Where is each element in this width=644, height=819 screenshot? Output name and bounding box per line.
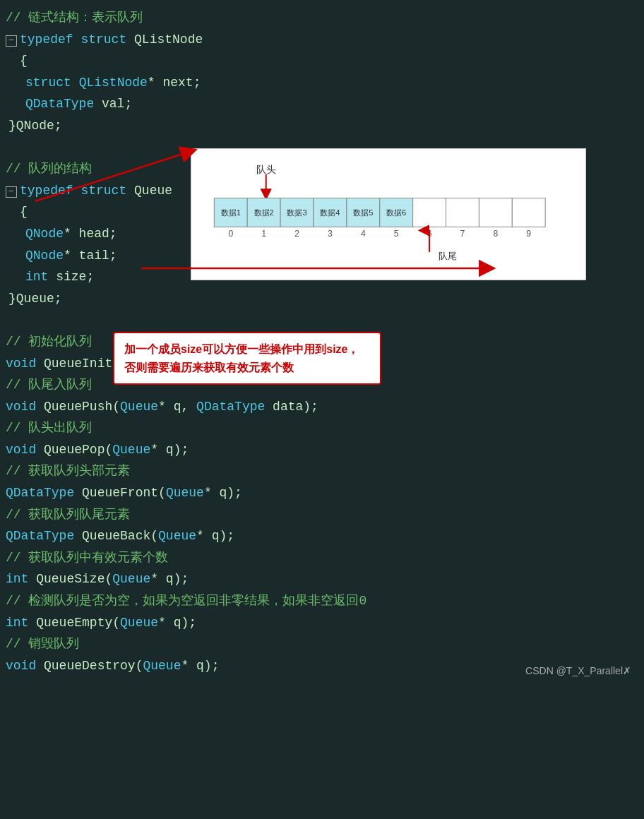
code-line-comment8: // 获取队列中有效元素个数 xyxy=(0,547,644,569)
code-line-comment10: // 销毁队列 xyxy=(0,633,644,655)
code-line-comment9: // 检测队列是否为空，如果为空返回非零结果，如果非空返回0 xyxy=(0,590,644,612)
comment9: // 检测队列是否为空，如果为空返回非零结果，如果非空返回0 xyxy=(6,590,366,612)
code-line-brace1: { xyxy=(0,50,644,72)
svg-text:2: 2 xyxy=(294,229,299,239)
code-line-comment7: // 获取队列队尾元素 xyxy=(0,504,644,526)
code-line-func2: void QueuePush(Queue* q, QDataType data)… xyxy=(0,396,644,418)
code-line-func5: QDataType QueueBack(Queue* q); xyxy=(0,525,644,547)
svg-text:5: 5 xyxy=(394,229,399,239)
comment3: // 初始化队列 xyxy=(6,331,92,353)
svg-text:队尾: 队尾 xyxy=(439,251,457,261)
code-line-comment5: // 队头出队列 xyxy=(0,417,644,439)
code-line-close2: }Queue; xyxy=(0,288,644,310)
svg-rect-11 xyxy=(512,198,545,227)
queue-diagram-svg: 队头 xyxy=(201,156,576,269)
code-line-close1: }QNode; xyxy=(0,115,644,137)
code-line-field1: struct QListNode* next; xyxy=(0,72,644,94)
tooltip-text: 加一个成员size可以方便一些操作中用到size，否则需要遍历来获取有效元素个数 xyxy=(124,343,359,373)
code-area: // 链式结构：表示队列 − typedef struct QListNode … xyxy=(0,0,644,683)
svg-text:队头: 队头 xyxy=(256,164,276,175)
svg-rect-9 xyxy=(446,198,479,227)
comment2: // 队列的结构 xyxy=(6,158,92,180)
svg-text:4: 4 xyxy=(361,229,366,239)
svg-text:数据5: 数据5 xyxy=(353,208,373,217)
code-line-comment6: // 获取队列头部元素 xyxy=(0,460,644,482)
comment6: // 获取队列头部元素 xyxy=(6,460,130,482)
comment7: // 获取队列队尾元素 xyxy=(6,504,130,526)
watermark: CSDN @T_X_Parallel✗ xyxy=(525,665,631,676)
comment5: // 队头出队列 xyxy=(6,417,92,439)
svg-text:7: 7 xyxy=(460,229,465,239)
svg-text:数据2: 数据2 xyxy=(254,208,274,217)
svg-rect-8 xyxy=(413,198,446,227)
blank2 xyxy=(0,309,644,331)
code-line-typedef1: − typedef struct QListNode xyxy=(0,29,644,51)
code-line-func6: int QueueSize(Queue* q); xyxy=(0,568,644,590)
tooltip-box: 加一个成员size可以方便一些操作中用到size，否则需要遍历来获取有效元素个数 xyxy=(113,332,381,385)
code-line-func3: void QueuePop(Queue* q); xyxy=(0,439,644,461)
code-line-field2: QDataType val; xyxy=(0,93,644,115)
svg-rect-10 xyxy=(479,198,512,227)
svg-text:8: 8 xyxy=(493,229,498,239)
collapse-2[interactable]: − xyxy=(6,186,17,198)
comment8: // 获取队列中有效元素个数 xyxy=(6,547,168,569)
svg-text:1: 1 xyxy=(261,229,266,239)
svg-text:3: 3 xyxy=(328,229,333,239)
comment4: // 队尾入队列 xyxy=(6,374,92,396)
svg-text:9: 9 xyxy=(526,229,531,239)
svg-text:数据3: 数据3 xyxy=(287,208,306,217)
svg-text:0: 0 xyxy=(228,229,233,239)
code-line-func7: int QueueEmpty(Queue* q); xyxy=(0,612,644,634)
code-line-comment1: // 链式结构：表示队列 xyxy=(0,7,644,29)
queue-diagram: 队头 xyxy=(191,148,586,280)
svg-text:数据6: 数据6 xyxy=(386,208,406,217)
svg-text:数据1: 数据1 xyxy=(221,208,241,217)
comment1: // 链式结构：表示队列 xyxy=(6,7,143,29)
comment10: // 销毁队列 xyxy=(6,633,79,655)
svg-text:数据4: 数据4 xyxy=(320,208,340,217)
collapse-1[interactable]: − xyxy=(6,35,17,47)
code-line-func4: QDataType QueueFront(Queue* q); xyxy=(0,482,644,504)
